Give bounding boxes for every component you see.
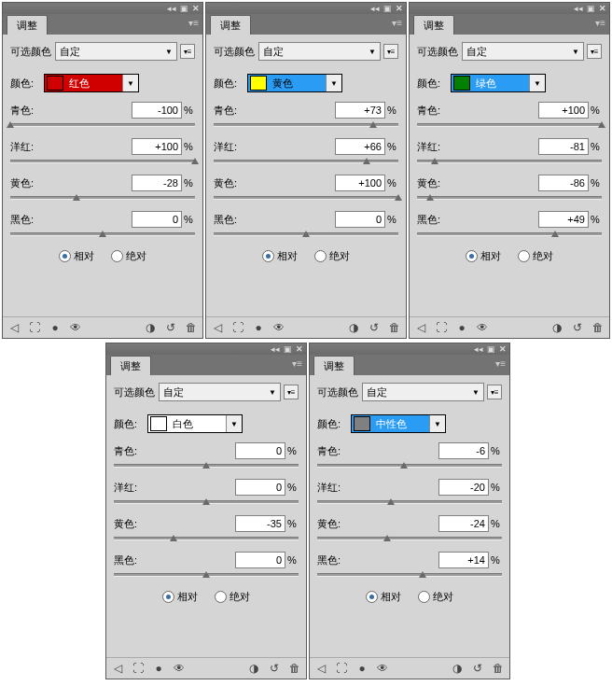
slider-thumb-icon[interactable] <box>302 231 310 237</box>
slider-track[interactable] <box>214 160 398 163</box>
tab-adjustments[interactable]: 调整 <box>110 356 151 375</box>
slider-thumb-icon[interactable] <box>598 121 605 128</box>
layer-icon[interactable]: ● <box>48 320 63 335</box>
slider-value-input[interactable]: +73 <box>335 102 385 119</box>
slider-track[interactable] <box>114 573 299 577</box>
color-select[interactable]: 绿色 ▼ <box>451 74 546 92</box>
radio-absolute[interactable]: 绝对 <box>314 249 350 263</box>
slider-value-input[interactable]: -6 <box>438 442 489 459</box>
slider-track[interactable] <box>114 500 299 504</box>
clip-icon[interactable]: ◑ <box>246 661 261 676</box>
reset-icon[interactable]: ↺ <box>570 320 585 335</box>
clip-icon[interactable]: ◑ <box>450 661 465 676</box>
color-select[interactable]: 黄色 ▼ <box>247 74 342 92</box>
slider-value-input[interactable]: +100 <box>335 175 385 191</box>
slider-thumb-icon[interactable] <box>400 462 408 469</box>
close-icon[interactable]: ✕ <box>192 5 200 13</box>
minimize-icon[interactable]: ▣ <box>487 345 495 354</box>
preset-select[interactable]: 自定 ▼ <box>462 42 584 61</box>
preset-menu-button[interactable]: ▾≡ <box>587 44 602 59</box>
close-icon[interactable]: ✕ <box>296 345 303 354</box>
back-icon[interactable]: ◁ <box>110 661 125 676</box>
reset-icon[interactable]: ↺ <box>163 320 178 335</box>
visibility-icon[interactable]: 👁 <box>475 320 490 335</box>
tab-adjustments[interactable]: 调整 <box>313 356 355 375</box>
slider-track[interactable] <box>317 500 502 504</box>
close-icon[interactable]: ✕ <box>599 5 606 13</box>
panel-menu-icon[interactable]: ▾≡ <box>292 358 302 369</box>
slider-value-input[interactable]: -24 <box>438 515 489 532</box>
visibility-icon[interactable]: 👁 <box>172 661 187 676</box>
slider-thumb-icon[interactable] <box>202 462 210 469</box>
slider-track[interactable] <box>214 232 398 236</box>
reset-icon[interactable]: ↺ <box>367 320 382 335</box>
slider-track[interactable] <box>417 232 602 236</box>
layer-icon[interactable]: ● <box>251 320 266 335</box>
preset-menu-button[interactable]: ▾≡ <box>487 385 502 399</box>
radio-relative[interactable]: 相对 <box>262 249 298 263</box>
slider-value-input[interactable]: +66 <box>335 138 385 155</box>
slider-thumb-icon[interactable] <box>202 498 210 505</box>
radio-absolute[interactable]: 绝对 <box>518 249 553 263</box>
radio-absolute[interactable]: 绝对 <box>418 590 453 604</box>
panel-menu-icon[interactable]: ▾≡ <box>392 18 402 28</box>
slider-thumb-icon[interactable] <box>99 231 106 237</box>
tab-adjustments[interactable]: 调整 <box>413 15 454 35</box>
preset-menu-button[interactable]: ▾≡ <box>284 385 299 399</box>
slider-value-input[interactable]: 0 <box>235 442 285 459</box>
clip-icon[interactable]: ◑ <box>346 320 361 335</box>
collapse-icon[interactable]: ◂◂ <box>574 5 583 13</box>
preset-select[interactable]: 自定 ▼ <box>55 42 177 61</box>
trash-icon[interactable]: 🗑 <box>184 320 199 335</box>
reset-icon[interactable]: ↺ <box>267 661 282 676</box>
panel-menu-icon[interactable]: ▾≡ <box>595 18 605 28</box>
trash-icon[interactable]: 🗑 <box>287 661 302 676</box>
radio-relative[interactable]: 相对 <box>162 590 198 604</box>
preset-menu-button[interactable]: ▾≡ <box>180 44 195 59</box>
slider-thumb-icon[interactable] <box>431 158 438 164</box>
color-select[interactable]: 红色 ▼ <box>44 74 139 92</box>
trash-icon[interactable]: 🗑 <box>491 661 506 676</box>
slider-track[interactable] <box>114 464 299 468</box>
slider-thumb-icon[interactable] <box>551 231 559 237</box>
preset-select[interactable]: 自定 ▼ <box>362 383 484 401</box>
slider-track[interactable] <box>114 537 299 540</box>
visibility-icon[interactable]: 👁 <box>68 320 83 335</box>
slider-value-input[interactable]: +100 <box>538 102 589 119</box>
slider-value-input[interactable]: -100 <box>132 102 182 119</box>
slider-thumb-icon[interactable] <box>363 158 370 164</box>
visibility-icon[interactable]: 👁 <box>271 320 286 335</box>
preset-menu-button[interactable]: ▾≡ <box>383 44 398 59</box>
expand-icon[interactable]: ⛶ <box>131 661 146 676</box>
trash-icon[interactable]: 🗑 <box>387 320 402 335</box>
slider-value-input[interactable]: -81 <box>538 138 589 155</box>
slider-track[interactable] <box>317 464 502 468</box>
clip-icon[interactable]: ◑ <box>549 320 564 335</box>
slider-value-input[interactable]: -35 <box>235 515 285 532</box>
slider-track[interactable] <box>417 196 602 200</box>
slider-track[interactable] <box>417 160 602 163</box>
radio-absolute[interactable]: 绝对 <box>215 590 250 604</box>
slider-thumb-icon[interactable] <box>191 158 199 164</box>
slider-track[interactable] <box>10 196 195 200</box>
slider-track[interactable] <box>10 160 195 163</box>
tab-adjustments[interactable]: 调整 <box>210 15 251 35</box>
back-icon[interactable]: ◁ <box>210 320 225 335</box>
visibility-icon[interactable]: 👁 <box>375 661 390 676</box>
slider-value-input[interactable]: 0 <box>235 479 285 496</box>
layer-icon[interactable]: ● <box>355 661 369 676</box>
back-icon[interactable]: ◁ <box>313 661 328 676</box>
expand-icon[interactable]: ⛶ <box>434 320 449 335</box>
slider-value-input[interactable]: +100 <box>132 138 182 155</box>
slider-thumb-icon[interactable] <box>202 571 210 578</box>
slider-value-input[interactable]: 0 <box>235 552 285 568</box>
slider-track[interactable] <box>10 123 195 127</box>
minimize-icon[interactable]: ▣ <box>383 5 392 13</box>
collapse-icon[interactable]: ◂◂ <box>271 345 280 354</box>
expand-icon[interactable]: ⛶ <box>27 320 42 335</box>
slider-thumb-icon[interactable] <box>387 498 395 505</box>
slider-value-input[interactable]: +49 <box>538 211 589 228</box>
layer-icon[interactable]: ● <box>454 320 469 335</box>
slider-track[interactable] <box>417 123 602 127</box>
slider-track[interactable] <box>214 196 398 200</box>
